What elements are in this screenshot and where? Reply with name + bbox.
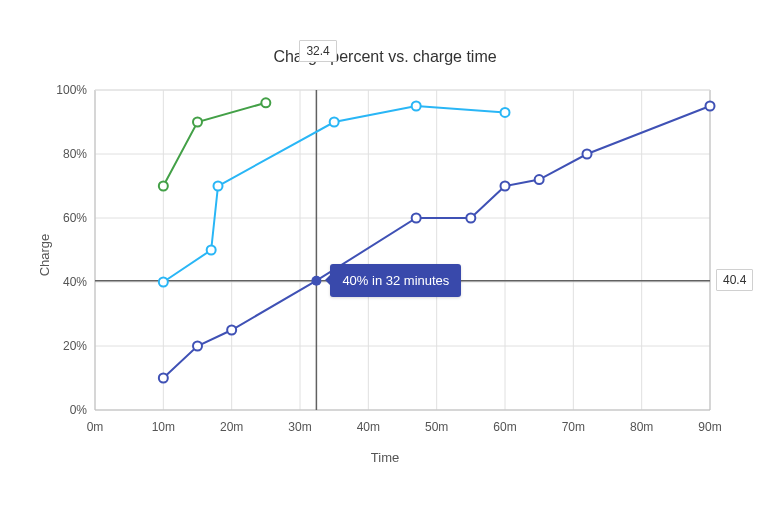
data-point <box>159 278 168 287</box>
x-tick-label: 70m <box>562 420 585 434</box>
series-line <box>163 106 505 282</box>
data-point <box>214 182 223 191</box>
x-tick-label: 40m <box>357 420 380 434</box>
data-point <box>706 102 715 111</box>
data-point <box>193 118 202 127</box>
x-tick-label: 10m <box>152 420 175 434</box>
x-tick-label: 90m <box>698 420 721 434</box>
highlight-dot <box>311 276 321 286</box>
x-tick-label: 20m <box>220 420 243 434</box>
data-point <box>159 374 168 383</box>
y-tick-label: 20% <box>63 339 87 353</box>
x-tick-label: 80m <box>630 420 653 434</box>
crosshair <box>95 90 710 410</box>
data-point <box>412 214 421 223</box>
data-point <box>330 118 339 127</box>
highlight-point <box>311 276 321 286</box>
x-tick-label: 60m <box>493 420 516 434</box>
y-tick-label: 80% <box>63 147 87 161</box>
data-point <box>501 108 510 117</box>
tooltip-x-value: 32.4 <box>299 40 336 62</box>
axes <box>95 90 710 410</box>
tooltip-y-value: 40.4 <box>716 269 753 291</box>
data-point <box>501 182 510 191</box>
x-tick-label: 50m <box>425 420 448 434</box>
y-tick-label: 40% <box>63 275 87 289</box>
data-point <box>207 246 216 255</box>
x-tick-label: 0m <box>87 420 104 434</box>
y-tick-label: 0% <box>70 403 87 417</box>
data-point <box>466 214 475 223</box>
data-point <box>412 102 421 111</box>
gridlines <box>95 90 710 410</box>
x-tick-label: 30m <box>288 420 311 434</box>
data-point <box>193 342 202 351</box>
data-point <box>535 175 544 184</box>
data-point <box>227 326 236 335</box>
chart-container: Charge percent vs. charge time Charge Ti… <box>0 0 770 516</box>
chart-svg <box>0 0 770 516</box>
data-point <box>261 98 270 107</box>
series-line <box>163 103 266 186</box>
data-point <box>159 182 168 191</box>
annotation-label: 40% in 32 minutes <box>330 264 461 297</box>
y-tick-label: 100% <box>56 83 87 97</box>
y-tick-label: 60% <box>63 211 87 225</box>
data-point <box>583 150 592 159</box>
